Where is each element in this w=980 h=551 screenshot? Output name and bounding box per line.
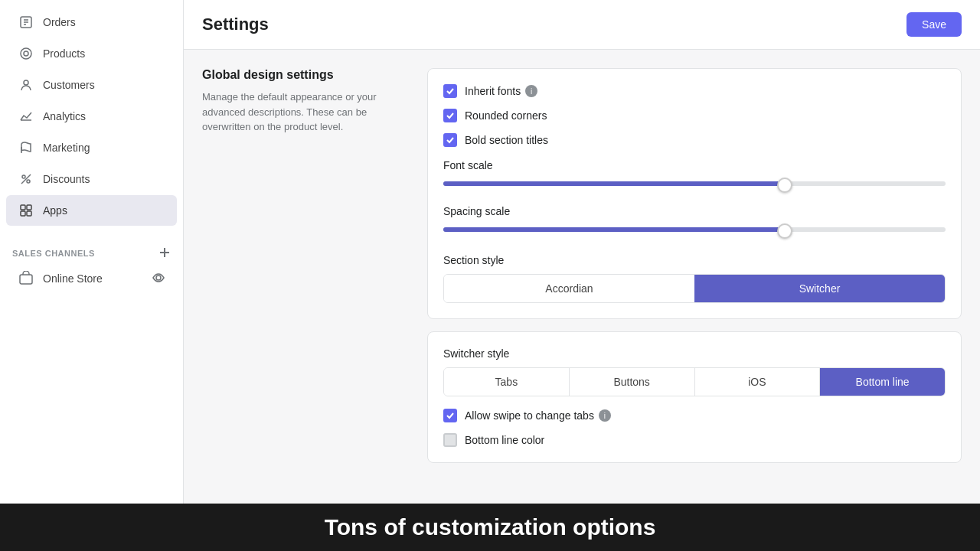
sidebar: Orders Products Customers (0, 0, 184, 504)
svg-rect-15 (27, 211, 31, 216)
allow-swipe-row: Allow swipe to change tabs i (443, 409, 946, 422)
inherit-fonts-row: Inherit fonts i (443, 84, 946, 98)
font-scale-thumb[interactable] (777, 178, 792, 193)
bottom-line-color-checkbox[interactable] (443, 433, 457, 447)
section-style-group: Section style Accordian Switcher (443, 254, 946, 303)
inherit-fonts-info-icon[interactable]: i (525, 85, 537, 97)
inherit-fonts-label: Inherit fonts i (465, 85, 537, 97)
allow-swipe-label: Allow swipe to change tabs i (465, 409, 611, 422)
save-button[interactable]: Save (906, 12, 962, 37)
sidebar-item-label: Analytics (43, 110, 86, 122)
switcher-bottom-line[interactable]: Bottom line (820, 368, 945, 396)
switcher-ios[interactable]: iOS (695, 368, 821, 396)
svg-rect-18 (20, 275, 32, 284)
sidebar-item-label: Orders (43, 16, 76, 28)
svg-point-6 (24, 80, 28, 85)
spacing-scale-fill (443, 227, 785, 232)
online-store-icon (18, 271, 34, 286)
font-scale-section: Font scale (443, 159, 946, 193)
sidebar-item-customers[interactable]: Customers (6, 70, 177, 100)
left-panel-description: Manage the default appearance or your ad… (202, 90, 409, 135)
bottom-banner: Tons of customization options (0, 504, 980, 551)
switcher-style-card: Switcher style Tabs Buttons iOS Bottom l… (427, 331, 962, 463)
sales-channels-label: SALES CHANNELS (12, 249, 95, 258)
spacing-scale-slider[interactable] (443, 223, 946, 239)
switcher-style-control: Tabs Buttons iOS Bottom line (443, 367, 946, 396)
section-style-accordian[interactable]: Accordian (444, 275, 694, 302)
sidebar-item-analytics[interactable]: Analytics (6, 101, 177, 132)
global-design-card: Inherit fonts i Rounded corners (427, 68, 962, 319)
left-panel-title: Global design settings (202, 68, 409, 82)
section-style-label: Section style (443, 254, 946, 266)
orders-icon (18, 15, 34, 30)
sidebar-item-label: Products (43, 47, 85, 60)
switcher-style-group: Switcher style Tabs Buttons iOS Bottom l… (443, 347, 946, 396)
rounded-corners-label: Rounded corners (465, 109, 547, 122)
rounded-corners-checkbox[interactable] (443, 109, 457, 122)
section-style-switcher[interactable]: Switcher (694, 275, 945, 302)
spacing-scale-section: Spacing scale (443, 205, 946, 239)
analytics-icon (18, 109, 34, 124)
customers-icon (18, 77, 34, 93)
svg-point-9 (22, 175, 25, 178)
svg-point-4 (21, 48, 31, 59)
page-header: Settings Save (184, 0, 980, 50)
bottom-banner-text: Tons of customization options (325, 514, 656, 540)
bottom-line-color-row: Bottom line color (443, 433, 946, 447)
font-scale-track (443, 181, 946, 186)
sidebar-item-label: Customers (43, 79, 95, 91)
sidebar-item-orders[interactable]: Orders (6, 7, 177, 37)
switcher-tabs[interactable]: Tabs (444, 368, 570, 396)
sidebar-item-label: Marketing (43, 142, 90, 154)
products-icon (18, 46, 34, 61)
page-title: Settings (202, 15, 269, 34)
content-area: Global design settings Manage the defaul… (184, 50, 980, 504)
allow-swipe-checkbox[interactable] (443, 409, 457, 422)
add-sales-channel-button[interactable] (158, 246, 171, 260)
svg-point-10 (27, 180, 30, 183)
rounded-corners-row: Rounded corners (443, 109, 946, 122)
main-content: Settings Save Global design settings Man… (184, 0, 980, 504)
sidebar-item-apps[interactable]: Apps (6, 195, 177, 226)
sidebar-item-label: Discounts (43, 173, 90, 185)
svg-rect-14 (21, 211, 25, 216)
online-store-visibility-icon[interactable] (152, 272, 165, 286)
switcher-style-label: Switcher style (443, 347, 946, 360)
apps-icon (18, 203, 34, 218)
discounts-icon (18, 171, 34, 187)
sidebar-item-online-store[interactable]: Online Store (6, 264, 177, 293)
inherit-fonts-checkbox[interactable] (443, 84, 457, 98)
sales-channels-section: SALES CHANNELS (0, 239, 183, 263)
font-scale-fill (443, 181, 785, 186)
font-scale-slider[interactable] (443, 178, 946, 193)
right-panel: Inherit fonts i Rounded corners (427, 68, 962, 485)
marketing-icon (18, 140, 34, 155)
spacing-scale-track (443, 227, 946, 232)
section-style-control: Accordian Switcher (443, 274, 946, 303)
bold-titles-row: Bold section titles (443, 133, 946, 147)
allow-swipe-info-icon[interactable]: i (599, 409, 611, 422)
spacing-scale-thumb[interactable] (777, 223, 792, 239)
sidebar-nav: Orders Products Customers (0, 0, 183, 233)
sidebar-item-marketing[interactable]: Marketing (6, 132, 177, 163)
switcher-buttons[interactable]: Buttons (570, 368, 695, 396)
bold-titles-checkbox[interactable] (443, 133, 457, 147)
online-store-label: Online Store (43, 272, 103, 285)
sidebar-item-discounts[interactable]: Discounts (6, 164, 177, 194)
svg-point-5 (24, 51, 28, 56)
svg-rect-12 (21, 205, 25, 210)
bold-titles-label: Bold section titles (465, 134, 548, 146)
bottom-line-color-label: Bottom line color (465, 434, 544, 446)
spacing-scale-label: Spacing scale (443, 205, 946, 217)
sidebar-item-label: Apps (43, 204, 67, 217)
svg-point-19 (156, 276, 161, 280)
sidebar-item-products[interactable]: Products (6, 38, 177, 69)
left-panel: Global design settings Manage the defaul… (202, 68, 409, 485)
font-scale-label: Font scale (443, 159, 946, 171)
svg-rect-13 (27, 205, 31, 210)
